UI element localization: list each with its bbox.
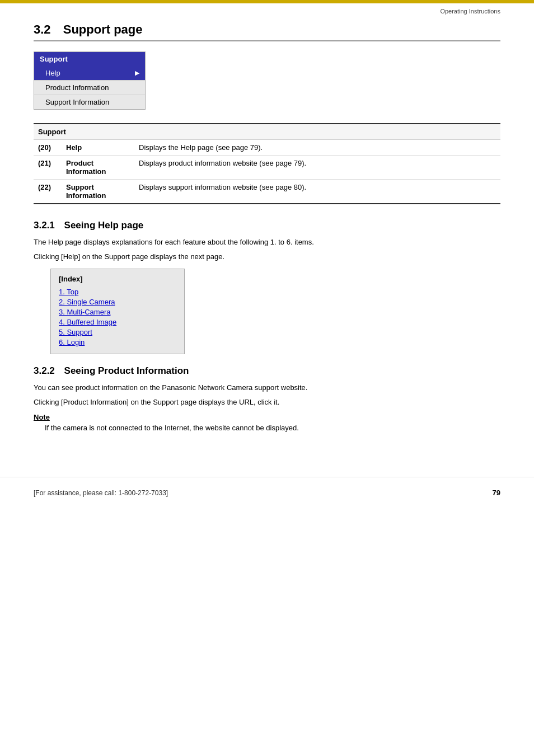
subsection-1-title: 3.2.1 Seeing Help page (34, 220, 500, 231)
subsection-2-body1: You can see product information on the P… (34, 382, 500, 393)
note-title: Note (34, 413, 500, 421)
table-cell-num-20: (20) (34, 140, 62, 156)
table-row: (21) ProductInformation Displays product… (34, 156, 500, 180)
table-header: Support (34, 124, 500, 140)
menu-item-help: Help ▶ (34, 66, 145, 80)
subsection-1-number: 3.2.1 (34, 220, 55, 231)
table-row: (20) Help Displays the Help page (see pa… (34, 140, 500, 156)
header-label: Operating Instructions (440, 8, 500, 15)
table-cell-name-support: SupportInformation (62, 180, 134, 204)
subsection-1-body1: The Help page displays explanations for … (34, 237, 500, 248)
index-link-buffered-image[interactable]: 4. Buffered Image (59, 318, 176, 326)
menu-header: Support (34, 52, 145, 66)
arrow-icon: ▶ (135, 69, 139, 77)
note-text: If the camera is not connected to the In… (34, 424, 500, 432)
subsection-2-heading: Seeing Product Information (64, 365, 189, 376)
footer: [For assistance, please call: 1-800-272-… (0, 477, 534, 508)
subsection-1-body2: Clicking [Help] on the Support page disp… (34, 251, 500, 262)
table-cell-desc-help: Displays the Help page (see page 79). (134, 140, 500, 156)
subsection-2-title: 3.2.2 Seeing Product Information (34, 365, 500, 377)
menu-item-help-label: Help (45, 69, 60, 77)
section-heading: Support page (63, 22, 143, 36)
menu-item-support-info-label: Support Information (45, 98, 109, 106)
header-bar: Operating Instructions (0, 3, 534, 17)
index-title: [Index] (59, 275, 176, 283)
menu-item-support-info: Support Information (34, 95, 145, 109)
index-link-login[interactable]: 6. Login (59, 338, 176, 346)
footer-assistance: [For assistance, please call: 1-800-272-… (34, 489, 168, 497)
table-cell-num-22: (22) (34, 180, 62, 204)
index-box: [Index] 1. Top 2. Single Camera 3. Multi… (50, 269, 185, 354)
menu-item-product-info-label: Product Information (45, 83, 109, 92)
main-content: 3.2 Support page Support Help ▶ Product … (0, 17, 534, 454)
index-link-single-camera[interactable]: 2. Single Camera (59, 298, 176, 306)
subsection-2-number: 3.2.2 (34, 365, 55, 376)
table-row: (22) SupportInformation Displays support… (34, 180, 500, 204)
table-cell-num-21: (21) (34, 156, 62, 180)
index-link-multi-camera[interactable]: 3. Multi-Camera (59, 308, 176, 316)
subsection-2-body2: Clicking [Product Information] on the Su… (34, 397, 500, 408)
section-title: 3.2 Support page (34, 22, 500, 41)
menu-mockup: Support Help ▶ Product Information Suppo… (34, 51, 146, 110)
page-container: Operating Instructions 3.2 Support page … (0, 0, 534, 756)
subsection-1-heading: Seeing Help page (64, 220, 144, 231)
menu-item-product-info: Product Information (34, 80, 145, 95)
table-cell-name-help: Help (62, 140, 134, 156)
index-link-top[interactable]: 1. Top (59, 288, 176, 296)
table-cell-name-product: ProductInformation (62, 156, 134, 180)
table-cell-desc-product: Displays product information website (se… (134, 156, 500, 180)
support-table: Support (20) Help Displays the Help page… (34, 123, 500, 204)
footer-page: 79 (493, 489, 500, 497)
table-cell-desc-support: Displays support information website (se… (134, 180, 500, 204)
section-number: 3.2 (34, 22, 51, 36)
index-link-support[interactable]: 5. Support (59, 328, 176, 336)
